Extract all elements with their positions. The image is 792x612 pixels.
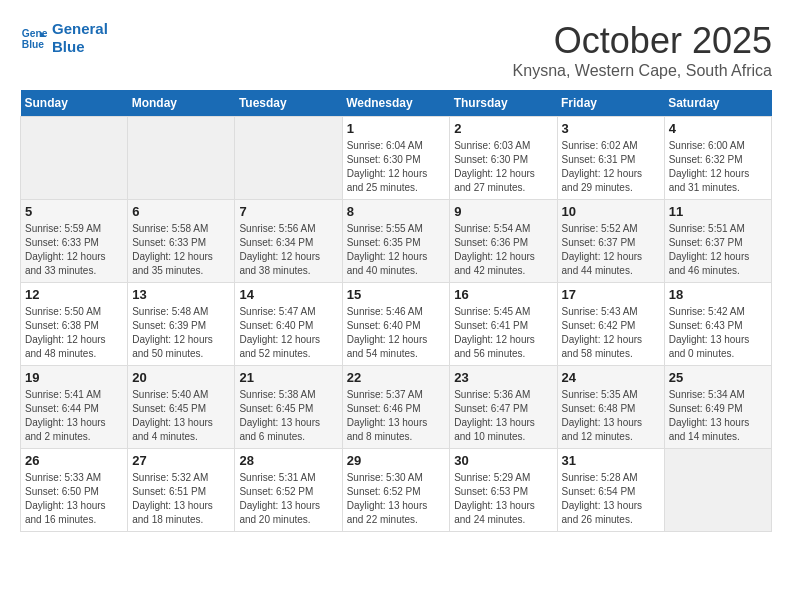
- day-number: 22: [347, 370, 446, 385]
- day-number: 5: [25, 204, 123, 219]
- day-number: 8: [347, 204, 446, 219]
- weekday-header-tuesday: Tuesday: [235, 90, 342, 117]
- day-info: Sunrise: 5:50 AM Sunset: 6:38 PM Dayligh…: [25, 305, 123, 361]
- calendar-cell: 22Sunrise: 5:37 AM Sunset: 6:46 PM Dayli…: [342, 366, 450, 449]
- day-number: 17: [562, 287, 660, 302]
- weekday-header-thursday: Thursday: [450, 90, 557, 117]
- calendar-cell: [664, 449, 771, 532]
- calendar-cell: 9Sunrise: 5:54 AM Sunset: 6:36 PM Daylig…: [450, 200, 557, 283]
- day-number: 15: [347, 287, 446, 302]
- calendar-cell: 1Sunrise: 6:04 AM Sunset: 6:30 PM Daylig…: [342, 117, 450, 200]
- calendar-cell: 20Sunrise: 5:40 AM Sunset: 6:45 PM Dayli…: [128, 366, 235, 449]
- day-number: 31: [562, 453, 660, 468]
- calendar-cell: 29Sunrise: 5:30 AM Sunset: 6:52 PM Dayli…: [342, 449, 450, 532]
- day-info: Sunrise: 5:43 AM Sunset: 6:42 PM Dayligh…: [562, 305, 660, 361]
- day-info: Sunrise: 5:38 AM Sunset: 6:45 PM Dayligh…: [239, 388, 337, 444]
- title-area: October 2025 Knysna, Western Cape, South…: [513, 20, 772, 80]
- day-info: Sunrise: 5:34 AM Sunset: 6:49 PM Dayligh…: [669, 388, 767, 444]
- weekday-header-saturday: Saturday: [664, 90, 771, 117]
- day-number: 7: [239, 204, 337, 219]
- calendar-week-4: 19Sunrise: 5:41 AM Sunset: 6:44 PM Dayli…: [21, 366, 772, 449]
- day-info: Sunrise: 5:41 AM Sunset: 6:44 PM Dayligh…: [25, 388, 123, 444]
- day-number: 24: [562, 370, 660, 385]
- day-number: 21: [239, 370, 337, 385]
- calendar-cell: 23Sunrise: 5:36 AM Sunset: 6:47 PM Dayli…: [450, 366, 557, 449]
- calendar-cell: 17Sunrise: 5:43 AM Sunset: 6:42 PM Dayli…: [557, 283, 664, 366]
- page-header: General Blue General Blue October 2025 K…: [20, 20, 772, 80]
- calendar-cell: 10Sunrise: 5:52 AM Sunset: 6:37 PM Dayli…: [557, 200, 664, 283]
- calendar-cell: 24Sunrise: 5:35 AM Sunset: 6:48 PM Dayli…: [557, 366, 664, 449]
- logo: General Blue General Blue: [20, 20, 108, 56]
- svg-text:General: General: [22, 28, 48, 39]
- day-number: 3: [562, 121, 660, 136]
- day-info: Sunrise: 5:29 AM Sunset: 6:53 PM Dayligh…: [454, 471, 552, 527]
- day-number: 6: [132, 204, 230, 219]
- weekday-header-row: SundayMondayTuesdayWednesdayThursdayFrid…: [21, 90, 772, 117]
- calendar-cell: 15Sunrise: 5:46 AM Sunset: 6:40 PM Dayli…: [342, 283, 450, 366]
- day-info: Sunrise: 5:58 AM Sunset: 6:33 PM Dayligh…: [132, 222, 230, 278]
- calendar-cell: 31Sunrise: 5:28 AM Sunset: 6:54 PM Dayli…: [557, 449, 664, 532]
- calendar-cell: 8Sunrise: 5:55 AM Sunset: 6:35 PM Daylig…: [342, 200, 450, 283]
- day-info: Sunrise: 5:47 AM Sunset: 6:40 PM Dayligh…: [239, 305, 337, 361]
- day-info: Sunrise: 6:03 AM Sunset: 6:30 PM Dayligh…: [454, 139, 552, 195]
- calendar-cell: 12Sunrise: 5:50 AM Sunset: 6:38 PM Dayli…: [21, 283, 128, 366]
- calendar-cell: 26Sunrise: 5:33 AM Sunset: 6:50 PM Dayli…: [21, 449, 128, 532]
- day-info: Sunrise: 5:59 AM Sunset: 6:33 PM Dayligh…: [25, 222, 123, 278]
- calendar-table: SundayMondayTuesdayWednesdayThursdayFrid…: [20, 90, 772, 532]
- day-number: 19: [25, 370, 123, 385]
- day-number: 27: [132, 453, 230, 468]
- day-number: 10: [562, 204, 660, 219]
- day-number: 25: [669, 370, 767, 385]
- day-number: 23: [454, 370, 552, 385]
- day-number: 20: [132, 370, 230, 385]
- day-number: 28: [239, 453, 337, 468]
- logo-text-blue: Blue: [52, 38, 108, 56]
- calendar-cell: 2Sunrise: 6:03 AM Sunset: 6:30 PM Daylig…: [450, 117, 557, 200]
- day-info: Sunrise: 5:54 AM Sunset: 6:36 PM Dayligh…: [454, 222, 552, 278]
- calendar-cell: 7Sunrise: 5:56 AM Sunset: 6:34 PM Daylig…: [235, 200, 342, 283]
- day-info: Sunrise: 5:37 AM Sunset: 6:46 PM Dayligh…: [347, 388, 446, 444]
- day-number: 9: [454, 204, 552, 219]
- calendar-cell: [21, 117, 128, 200]
- day-info: Sunrise: 5:42 AM Sunset: 6:43 PM Dayligh…: [669, 305, 767, 361]
- day-number: 11: [669, 204, 767, 219]
- logo-text-general: General: [52, 20, 108, 38]
- day-info: Sunrise: 5:30 AM Sunset: 6:52 PM Dayligh…: [347, 471, 446, 527]
- weekday-header-friday: Friday: [557, 90, 664, 117]
- day-number: 1: [347, 121, 446, 136]
- day-number: 13: [132, 287, 230, 302]
- calendar-week-3: 12Sunrise: 5:50 AM Sunset: 6:38 PM Dayli…: [21, 283, 772, 366]
- day-info: Sunrise: 5:46 AM Sunset: 6:40 PM Dayligh…: [347, 305, 446, 361]
- day-info: Sunrise: 5:31 AM Sunset: 6:52 PM Dayligh…: [239, 471, 337, 527]
- calendar-cell: 13Sunrise: 5:48 AM Sunset: 6:39 PM Dayli…: [128, 283, 235, 366]
- calendar-cell: 5Sunrise: 5:59 AM Sunset: 6:33 PM Daylig…: [21, 200, 128, 283]
- day-info: Sunrise: 5:40 AM Sunset: 6:45 PM Dayligh…: [132, 388, 230, 444]
- calendar-cell: 14Sunrise: 5:47 AM Sunset: 6:40 PM Dayli…: [235, 283, 342, 366]
- day-number: 30: [454, 453, 552, 468]
- day-info: Sunrise: 5:33 AM Sunset: 6:50 PM Dayligh…: [25, 471, 123, 527]
- logo-icon: General Blue: [20, 24, 48, 52]
- calendar-cell: 18Sunrise: 5:42 AM Sunset: 6:43 PM Dayli…: [664, 283, 771, 366]
- day-number: 29: [347, 453, 446, 468]
- day-number: 2: [454, 121, 552, 136]
- calendar-cell: 16Sunrise: 5:45 AM Sunset: 6:41 PM Dayli…: [450, 283, 557, 366]
- calendar-cell: 19Sunrise: 5:41 AM Sunset: 6:44 PM Dayli…: [21, 366, 128, 449]
- day-number: 14: [239, 287, 337, 302]
- day-info: Sunrise: 5:36 AM Sunset: 6:47 PM Dayligh…: [454, 388, 552, 444]
- day-number: 4: [669, 121, 767, 136]
- calendar-cell: 28Sunrise: 5:31 AM Sunset: 6:52 PM Dayli…: [235, 449, 342, 532]
- day-number: 12: [25, 287, 123, 302]
- month-title: October 2025: [513, 20, 772, 62]
- calendar-week-5: 26Sunrise: 5:33 AM Sunset: 6:50 PM Dayli…: [21, 449, 772, 532]
- day-info: Sunrise: 5:48 AM Sunset: 6:39 PM Dayligh…: [132, 305, 230, 361]
- calendar-cell: 6Sunrise: 5:58 AM Sunset: 6:33 PM Daylig…: [128, 200, 235, 283]
- day-info: Sunrise: 5:35 AM Sunset: 6:48 PM Dayligh…: [562, 388, 660, 444]
- calendar-week-1: 1Sunrise: 6:04 AM Sunset: 6:30 PM Daylig…: [21, 117, 772, 200]
- day-info: Sunrise: 5:52 AM Sunset: 6:37 PM Dayligh…: [562, 222, 660, 278]
- calendar-cell: [128, 117, 235, 200]
- day-info: Sunrise: 5:28 AM Sunset: 6:54 PM Dayligh…: [562, 471, 660, 527]
- calendar-cell: 4Sunrise: 6:00 AM Sunset: 6:32 PM Daylig…: [664, 117, 771, 200]
- day-number: 18: [669, 287, 767, 302]
- day-info: Sunrise: 6:04 AM Sunset: 6:30 PM Dayligh…: [347, 139, 446, 195]
- day-info: Sunrise: 5:32 AM Sunset: 6:51 PM Dayligh…: [132, 471, 230, 527]
